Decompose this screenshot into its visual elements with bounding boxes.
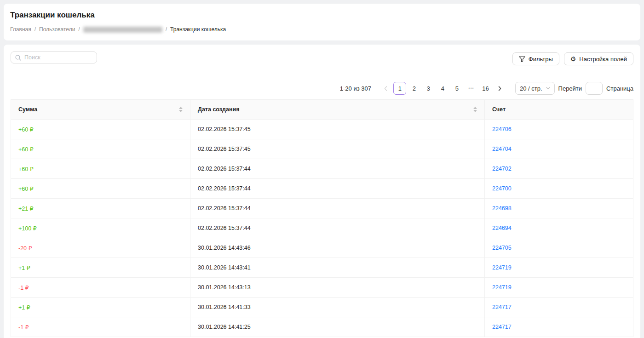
filters-button-label: Фильтры (529, 56, 553, 63)
table-row: +60 ₽ 02.02.2026 15:37:44 224700 (11, 179, 633, 199)
account-link[interactable]: 224698 (492, 205, 512, 212)
page-button[interactable]: 16 (479, 82, 492, 95)
created-date-value: 02.02.2026 15:37:44 (198, 185, 251, 192)
search-icon (15, 55, 21, 61)
table-row: -1 ₽ 30.01.2026 14:41:25 224717 (11, 317, 633, 337)
created-date-value: 02.02.2026 15:37:44 (198, 225, 251, 231)
account-link[interactable]: 224704 (492, 146, 512, 152)
chevron-down-icon (546, 87, 550, 90)
gear-icon: ⚙ (570, 56, 576, 62)
sort-icon[interactable] (473, 107, 477, 112)
amount-value: +60 ₽ (18, 126, 34, 133)
breadcrumb-item[interactable]: Пользователи (39, 26, 75, 33)
table-row: +100 ₽ 02.02.2026 15:37:44 224694 (11, 218, 633, 238)
pagination: 1-20 из 307 12345•••16 20 / стр. Перейти… (11, 82, 633, 95)
created-date-value: 30.01.2026 14:43:46 (198, 245, 251, 251)
amount-value: +1 ₽ (18, 265, 30, 271)
page-button[interactable]: 5 (450, 82, 463, 95)
search-input[interactable] (24, 54, 92, 61)
breadcrumb-separator: / (34, 26, 36, 33)
account-link[interactable]: 224717 (492, 324, 512, 330)
column-header[interactable]: Сумма (11, 100, 190, 120)
page-size-select[interactable]: 20 / стр. (515, 82, 555, 95)
amount-value: +60 ₽ (18, 146, 34, 153)
column-header[interactable]: Дата создания (190, 100, 485, 120)
created-date-value: 30.01.2026 14:43:13 (198, 284, 251, 291)
page-word-label: Страница (606, 85, 633, 92)
account-link[interactable]: 224719 (492, 264, 512, 271)
table-row: +60 ₽ 02.02.2026 15:37:45 224704 (11, 139, 633, 159)
column-header-label: Сумма (18, 106, 37, 113)
filters-button[interactable]: Фильтры (512, 52, 559, 65)
pagination-total: 1-20 из 307 (340, 85, 371, 92)
page-title: Транзакции кошелька (10, 11, 633, 20)
content-panel: Фильтры ⚙ Настройка полей 1-20 из 307 12… (4, 45, 640, 338)
table-row: +21 ₽ 02.02.2026 15:37:44 224698 (11, 199, 633, 218)
account-link[interactable]: 224719 (492, 284, 512, 291)
breadcrumb-item[interactable]: Главная (10, 26, 31, 33)
account-link[interactable]: 224694 (492, 225, 512, 231)
previous-page-button (379, 82, 392, 95)
table-row: -20 ₽ 30.01.2026 14:43:46 224705 (11, 238, 633, 258)
breadcrumb-separator: / (78, 26, 80, 33)
page-button-active[interactable]: 1 (393, 82, 406, 95)
breadcrumb: Главная/Пользователи//Транзакции кошельк… (10, 26, 633, 33)
page-size-value: 20 / стр. (520, 85, 542, 92)
breadcrumb-item-redacted[interactable] (83, 27, 162, 33)
created-date-value: 30.01.2026 14:43:41 (198, 264, 251, 271)
account-link[interactable]: 224706 (492, 126, 512, 132)
pagination-pages: 12345•••16 (379, 82, 507, 95)
page-jump-input[interactable] (586, 82, 603, 95)
amount-value: +60 ₽ (18, 186, 34, 192)
created-date-value: 30.01.2026 14:41:25 (198, 324, 251, 330)
table-header: СуммаДата созданияСчет (11, 100, 633, 120)
amount-value: +60 ₽ (18, 166, 34, 172)
table-row: +60 ₽ 02.02.2026 15:37:45 224706 (11, 120, 633, 139)
sort-icon[interactable] (179, 107, 183, 112)
toolbar: Фильтры ⚙ Настройка полей (11, 52, 633, 65)
filter-funnel-icon (519, 56, 525, 62)
amount-value: +1 ₽ (18, 304, 30, 311)
account-link[interactable]: 224705 (492, 245, 512, 251)
breadcrumb-separator: / (166, 26, 167, 33)
next-page-button[interactable] (493, 82, 506, 95)
account-link[interactable]: 224702 (492, 166, 512, 172)
pagination-ellipsis[interactable]: ••• (465, 82, 477, 95)
page-button[interactable]: 2 (408, 82, 420, 95)
table-row: +1 ₽ 30.01.2026 14:43:41 224719 (11, 258, 633, 278)
amount-value: +100 ₽ (18, 225, 37, 232)
column-header-label: Счет (492, 106, 506, 113)
created-date-value: 02.02.2026 15:37:44 (198, 205, 251, 212)
amount-value: +21 ₽ (18, 206, 34, 212)
table-row: -1 ₽ 30.01.2026 14:43:13 224719 (11, 278, 633, 298)
breadcrumb-item: Транзакции кошелька (170, 26, 226, 33)
page-button[interactable]: 4 (436, 82, 449, 95)
amount-value: -1 ₽ (18, 285, 29, 291)
account-link[interactable]: 224700 (492, 185, 512, 192)
jump-label: Перейти (558, 85, 582, 92)
transactions-table: СуммаДата созданияСчет +60 ₽ 02.02.2026 … (11, 99, 633, 337)
page-button[interactable]: 3 (422, 82, 435, 95)
fields-settings-button-label: Настройка полей (579, 56, 627, 63)
created-date-value: 02.02.2026 15:37:45 (198, 126, 251, 132)
column-header-label: Дата создания (198, 106, 239, 113)
account-link[interactable]: 224717 (492, 304, 512, 310)
search-box[interactable] (11, 52, 97, 63)
created-date-value: 02.02.2026 15:37:44 (198, 166, 251, 172)
amount-value: -20 ₽ (18, 245, 32, 252)
fields-settings-button[interactable]: ⚙ Настройка полей (564, 52, 633, 65)
page-header: Транзакции кошелька Главная/Пользователи… (4, 4, 640, 40)
created-date-value: 30.01.2026 14:41:33 (198, 304, 251, 310)
amount-value: -1 ₽ (18, 324, 29, 331)
table-row: +60 ₽ 02.02.2026 15:37:44 224702 (11, 159, 633, 179)
table-row: +1 ₽ 30.01.2026 14:41:33 224717 (11, 298, 633, 317)
toolbar-buttons: Фильтры ⚙ Настройка полей (512, 52, 633, 65)
created-date-value: 02.02.2026 15:37:45 (198, 146, 251, 152)
column-header: Счет (485, 100, 633, 120)
